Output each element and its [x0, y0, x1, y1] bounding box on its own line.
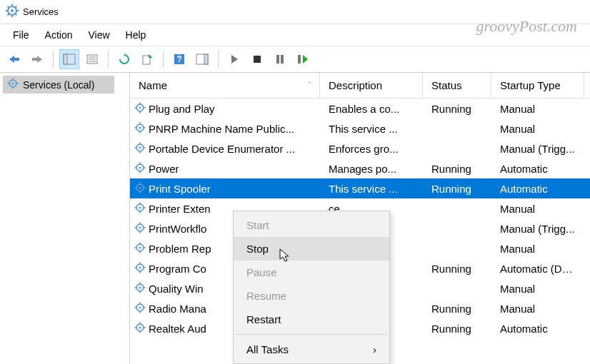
- svg-point-28: [11, 82, 14, 84]
- menu-view[interactable]: View: [81, 26, 116, 44]
- svg-point-82: [139, 266, 141, 268]
- column-header-startup[interactable]: Startup Type: [491, 73, 584, 98]
- service-gear-icon: [134, 162, 146, 176]
- service-name-cell: Portable Device Enumerator ...: [130, 142, 320, 156]
- back-button[interactable]: [4, 49, 24, 69]
- column-headers: Nameˆ Description Status Startup Type: [130, 73, 590, 98]
- show-hide-tree-button[interactable]: [59, 49, 79, 69]
- column-header-name[interactable]: Nameˆ: [130, 73, 320, 98]
- service-gear-icon: [134, 202, 146, 216]
- svg-line-8: [8, 14, 9, 15]
- service-startup-cell: Manual (Trigg...: [491, 223, 584, 235]
- service-row[interactable]: PNRP Machine Name Public...This service …: [130, 118, 590, 138]
- service-gear-icon: [134, 282, 146, 295]
- menu-help[interactable]: Help: [119, 26, 154, 44]
- service-startup-cell: Manual: [491, 203, 584, 215]
- service-name-cell: PNRP Machine Name Public...: [130, 122, 320, 136]
- services-gear-icon: [7, 78, 19, 91]
- svg-point-1: [11, 9, 14, 12]
- service-gear-icon: [134, 242, 146, 256]
- service-startup-cell: Automatic (De...: [491, 263, 584, 275]
- svg-point-70: [139, 226, 141, 228]
- refresh-button[interactable]: [114, 49, 134, 69]
- restart-service-button[interactable]: [293, 49, 313, 69]
- forward-button[interactable]: [27, 49, 47, 69]
- service-row[interactable]: PowerManages po...RunningAutomatic: [130, 158, 590, 178]
- service-desc-cell: Enforces gro...: [320, 143, 423, 155]
- stop-service-button[interactable]: [247, 49, 267, 69]
- svg-point-94: [139, 306, 141, 308]
- service-status-cell: Running: [423, 263, 491, 275]
- service-startup-cell: Manual: [491, 123, 584, 135]
- service-desc-cell: This service ...: [320, 123, 423, 135]
- sort-indicator-icon: ˆ: [309, 81, 311, 89]
- service-startup-cell: Manual (Trigg...: [491, 143, 584, 155]
- service-gear-icon: [134, 222, 146, 236]
- service-desc-cell: This service ...: [320, 183, 423, 195]
- context-menu-all-tasks[interactable]: All Tasks›: [234, 338, 389, 361]
- help-button[interactable]: ?: [169, 49, 189, 69]
- svg-point-88: [139, 286, 141, 288]
- context-menu-stop[interactable]: Stop: [234, 237, 389, 261]
- pause-service-button[interactable]: [270, 49, 290, 69]
- service-startup-cell: Manual: [491, 243, 584, 255]
- menu-bar: File Action View Help: [0, 24, 590, 46]
- service-startup-cell: Manual: [491, 283, 584, 295]
- show-hide-action-button[interactable]: [192, 49, 212, 69]
- menu-action[interactable]: Action: [38, 26, 80, 44]
- title-bar: Services: [0, 0, 590, 24]
- service-gear-icon: [134, 182, 146, 196]
- service-startup-cell: Automatic: [491, 183, 584, 195]
- service-status-cell: Running: [423, 183, 491, 195]
- service-name-cell: Power: [130, 162, 320, 176]
- svg-rect-23: [254, 56, 261, 63]
- svg-rect-25: [281, 55, 284, 64]
- svg-rect-26: [298, 55, 301, 64]
- toolbar: ?: [0, 46, 590, 73]
- svg-rect-22: [204, 54, 208, 64]
- context-menu-restart[interactable]: Restart: [234, 308, 389, 331]
- svg-point-76: [139, 246, 141, 248]
- service-startup-cell: Automatic: [491, 163, 584, 175]
- context-menu-start: Start: [234, 213, 389, 237]
- service-name-cell: Print Spooler: [130, 182, 320, 196]
- svg-point-58: [139, 186, 141, 188]
- service-gear-icon: [134, 102, 146, 116]
- export-button[interactable]: [137, 49, 157, 69]
- service-status-cell: Running: [423, 323, 491, 335]
- service-gear-icon: [134, 302, 146, 315]
- svg-point-40: [139, 126, 141, 128]
- service-name-cell: Plug and Play: [130, 102, 320, 116]
- services-gear-icon: [6, 4, 19, 19]
- menu-file[interactable]: File: [6, 26, 36, 44]
- svg-rect-13: [64, 54, 67, 64]
- context-menu: Start Stop Pause Resume Restart All Task…: [233, 211, 390, 364]
- column-header-description[interactable]: Description: [320, 73, 423, 98]
- svg-text:?: ?: [176, 54, 181, 64]
- tree-item-services-local[interactable]: Services (Local): [3, 76, 114, 93]
- service-status-cell: Running: [423, 103, 491, 115]
- start-service-button[interactable]: [224, 49, 244, 69]
- context-menu-divider: [235, 334, 388, 335]
- service-status-cell: Running: [423, 163, 491, 175]
- svg-point-34: [139, 106, 141, 108]
- service-row[interactable]: Print SpoolerThis service ...RunningAuto…: [130, 178, 590, 198]
- service-gear-icon: [134, 262, 146, 275]
- toolbar-separator: [53, 51, 54, 68]
- service-gear-icon: [134, 142, 146, 156]
- tree-item-label: Services (Local): [23, 79, 94, 91]
- service-desc-cell: Manages po...: [320, 163, 423, 175]
- service-startup-cell: Manual: [491, 303, 584, 315]
- properties-button[interactable]: [82, 49, 102, 69]
- svg-point-46: [139, 146, 141, 148]
- column-header-status[interactable]: Status: [423, 73, 491, 98]
- svg-point-52: [139, 166, 141, 168]
- service-gear-icon: [134, 322, 146, 335]
- service-desc-cell: Enables a co...: [320, 103, 423, 115]
- svg-line-6: [8, 6, 9, 8]
- service-gear-icon: [134, 122, 146, 136]
- svg-rect-24: [276, 55, 279, 64]
- service-row[interactable]: Plug and PlayEnables a co...RunningManua…: [130, 98, 590, 118]
- svg-point-64: [139, 206, 141, 208]
- service-row[interactable]: Portable Device Enumerator ...Enforces g…: [130, 138, 590, 158]
